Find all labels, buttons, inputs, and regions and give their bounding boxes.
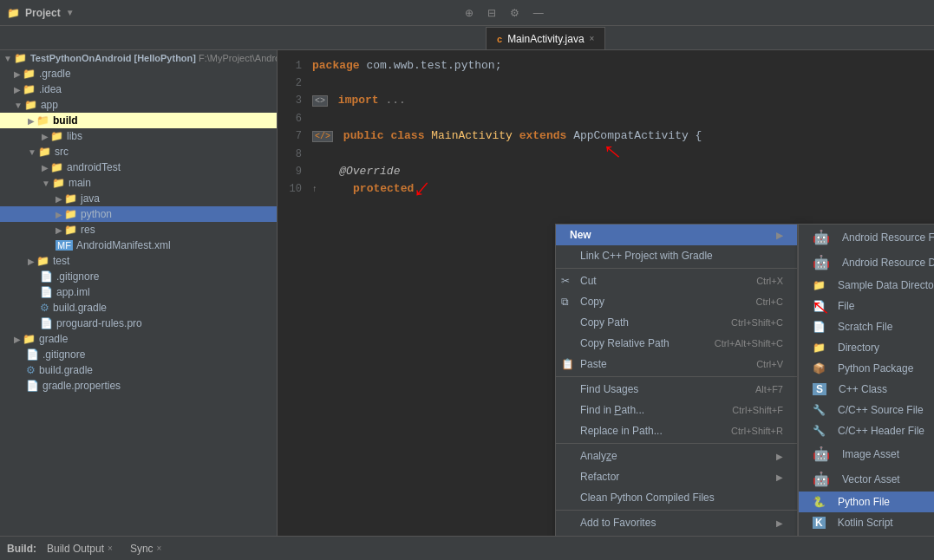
line-code-9: @Override [312,163,934,180]
menu-item-copy-path[interactable]: Copy Path Ctrl+Shift+C [556,312,797,333]
cpp-source-label: C/C++ Source File [838,404,934,416]
scratch-file-icon: 📄 [813,321,826,333]
tree-item-src[interactable]: ▼ 📁 src [0,144,277,160]
submenu-item-android-resource-file[interactable]: 🤖 Android Resource File [799,225,934,250]
submenu-item-image-asset[interactable]: 🤖 Image Asset [799,441,934,466]
dropdown-arrow-icon[interactable]: ▼ [66,8,75,17]
line-code-10: ↑ protected [312,180,934,199]
sidebar: ▼ 📁 TestPythonOnAndroid [HelloPython] F:… [0,50,278,536]
submenu-item-file[interactable]: 📄 File [799,296,934,316]
menu-item-paste[interactable]: 📋 Paste Ctrl+V [556,354,797,374]
tree-item-main[interactable]: ▼ 📁 main [0,175,277,191]
build-label: Build: [7,543,36,555]
menu-item-new[interactable]: New [556,225,797,245]
menu-item-clean-python[interactable]: Clean Python Compiled Files [556,487,797,508]
android-resource-dir-icon: 🤖 [813,254,830,270]
tree-item-buildgradle-app[interactable]: ⚙ build.gradle [0,300,277,316]
menu-item-copy[interactable]: ⧉ Copy Ctrl+C [556,291,797,312]
copy-relative-label: Copy Relative Path [580,337,669,349]
submenu-item-cpp-source[interactable]: 🔧 C/C++ Source File [799,400,934,420]
tree-item-build[interactable]: ▶ 📁 build [0,113,277,128]
tab-close-icon[interactable]: × [590,34,595,43]
tree-item-libs[interactable]: ▶ 📁 libs [0,128,277,144]
tree-item-python[interactable]: ▶ 📁 python [0,206,277,222]
proguard-icon: 📄 [40,317,53,329]
tree-item-buildgradle-root[interactable]: ⚙ build.gradle [0,362,277,378]
settings-icon[interactable]: ⚙ [510,7,519,19]
bottom-tab-build-output[interactable]: Build Output × [40,541,120,557]
editor-line-2: 2 [278,75,934,92]
project-title: Project [25,7,61,19]
submenu-item-gradle-kotlin-dsl[interactable]: G Gradle Kotlin DSL Build Script [799,533,934,536]
tree-item-gradle-props[interactable]: 📄 gradle.properties [0,378,277,394]
tree-item-src-label: src [55,146,69,158]
menu-item-copy-relative[interactable]: Copy Relative Path Ctrl+Alt+Shift+C [556,333,797,354]
build-output-close-icon[interactable]: × [108,544,113,553]
collapse-arrow-icon: ▶ [14,69,21,79]
tree-item-root-label: TestPythonOnAndroid [HelloPython] F:\MyP… [30,53,278,63]
split-icon[interactable]: ⊟ [487,7,496,19]
submenu-item-python-package[interactable]: 📦 Python Package [799,358,934,379]
tree-item-gradle[interactable]: ▶ 📁 .gradle [0,66,277,81]
menu-item-analyze[interactable]: Analyze [556,446,797,466]
test-folder-icon: 📁 [36,255,49,267]
android-resource-file-icon: 🤖 [813,229,830,245]
menu-item-find-in-path[interactable]: Find in Path... Ctrl+Shift+F [556,400,797,420]
sync-close-icon[interactable]: × [157,544,162,553]
editor-line-10: 10 ↑ protected [278,180,934,199]
submenu-item-cpp-header[interactable]: 🔧 C/C++ Header File [799,420,934,441]
bottom-bar: Build: Build Output × Sync × [0,536,934,560]
tree-item-androidtest[interactable]: ▶ 📁 androidTest [0,160,277,175]
title-bar-center: ⊕ ⊟ ⚙ — [82,7,927,19]
tree-item-androidmanifest[interactable]: MF AndroidManifest.xml [0,238,277,253]
gradle-folder-icon: 📁 [23,68,36,80]
tab-mainactivity[interactable]: c MainActivity.java × [486,27,605,49]
tree-item-appiml[interactable]: 📄 app.iml [0,284,277,300]
menu-item-refactor[interactable]: Refactor [556,466,797,487]
sample-data-dir-label: Sample Data Directory [838,279,934,291]
submenu-item-python-file[interactable]: 🐍 Python File [799,492,934,512]
src-folder-icon: 📁 [38,146,51,158]
editor-area: 1 package com.wwb.test.python; 2 3 <> im… [278,50,934,536]
submenu-item-kotlin-script[interactable]: K Kotlin Script [799,512,934,533]
replace-in-path-label: Replace in Path... [580,425,663,437]
minimize-icon[interactable]: — [533,7,544,19]
tree-item-gitignore-root-label: .gitignore [42,348,85,361]
tree-item-root[interactable]: ▼ 📁 TestPythonOnAndroid [HelloPython] F:… [0,50,277,66]
line-num-8: 8 [278,146,312,163]
tree-item-proguard[interactable]: 📄 proguard-rules.pro [0,316,277,331]
menu-item-show-thumbnails[interactable]: Show Image Thumbnails Ctrl+Shift+T [556,533,797,536]
submenu-item-cpp-class[interactable]: S C++ Class [799,379,934,400]
tree-item-res[interactable]: ▶ 📁 res [0,222,277,238]
tree-item-java[interactable]: ▶ 📁 java [0,191,277,206]
menu-item-add-favorites[interactable]: Add to Favorites [556,512,797,533]
submenu-item-scratch-file[interactable]: 📄 Scratch File Ctrl+Alt+Shift+Insert [799,316,934,337]
python-arrow-icon: ▶ [56,210,62,219]
submenu-item-sample-data-dir[interactable]: 📁 Sample Data Directory [799,275,934,296]
tree-item-gradle-folder[interactable]: ▶ 📁 gradle [0,331,277,347]
tree-item-gitignore-app[interactable]: 📄 .gitignore [0,269,277,284]
submenu-item-vector-asset[interactable]: 🤖 Vector Asset [799,466,934,492]
tree-item-python-label: python [81,208,112,220]
globe-icon[interactable]: ⊕ [465,7,474,19]
submenu-item-directory[interactable]: 📁 Directory [799,337,934,358]
tree-item-app[interactable]: ▼ 📁 app [0,97,277,113]
src-arrow-icon: ▼ [28,147,36,157]
bottom-tab-sync[interactable]: Sync × [123,541,169,557]
import-icon: <> [312,95,328,107]
python-file-icon: 🐍 [813,496,826,508]
submenu-item-android-resource-dir[interactable]: 🤖 Android Resource Directory [799,250,934,275]
menu-item-link-cpp[interactable]: Link C++ Project with Gradle [556,245,797,266]
java-arrow-icon: ▶ [56,194,62,204]
tree-item-main-label: main [69,177,91,189]
tree-item-res-label: res [81,224,95,236]
editor-line-7: 7 </> public class MainActivity extends … [278,127,934,146]
menu-item-find-usages[interactable]: Find Usages Alt+F7 [556,379,797,400]
libs-folder-icon: 📁 [50,130,63,142]
tree-item-gitignore-root[interactable]: 📄 .gitignore [0,347,277,362]
tree-item-test[interactable]: ▶ 📁 test [0,253,277,269]
tree-item-idea[interactable]: ▶ 📁 .idea [0,81,277,97]
menu-item-cut[interactable]: ✂ Cut Ctrl+X [556,270,797,291]
build-arrow-icon: ▶ [28,116,35,126]
menu-item-replace-in-path[interactable]: Replace in Path... Ctrl+Shift+R [556,420,797,441]
